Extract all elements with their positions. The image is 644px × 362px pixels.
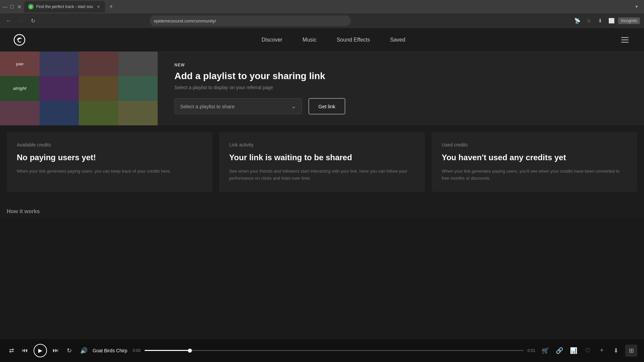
new-tab-button[interactable]: + [106, 2, 116, 11]
main-nav: Discover Music Sound Effects Saved [46, 37, 621, 43]
album-cell-7 [118, 76, 158, 101]
tabs-dropdown-button[interactable]: ▼ [632, 2, 641, 11]
sharing-title: Add a playlist to your sharing link [174, 71, 627, 81]
album-cell-9 [40, 101, 79, 125]
album-cell-4: alright [0, 76, 40, 101]
album-cell-1 [40, 52, 79, 76]
album-cell-8 [0, 101, 40, 125]
nav-sound-effects[interactable]: Sound Effects [337, 37, 370, 43]
track-info: 🔊 Goat Birds Chirp [79, 346, 127, 355]
bookmark-icon[interactable]: ☆ [584, 16, 593, 25]
album-cell-6 [79, 76, 118, 101]
chevron-down-icon: ⌄ [291, 103, 296, 110]
album-grid: yaoalright [0, 52, 158, 125]
player-actions: 🛒 🔗 📊 ♡ + ⬇ ⊞ [541, 345, 637, 357]
main-content: yaoalright NEW Add a playlist to your sh… [0, 52, 644, 218]
shuffle-button[interactable]: ⇄ [7, 346, 16, 355]
nav-saved[interactable]: Saved [390, 37, 405, 43]
sharing-content: NEW Add a playlist to your sharing link … [158, 52, 644, 125]
url-text: epidemicsound.com/community/ [154, 18, 216, 23]
how-it-works-title: How it works [7, 208, 637, 215]
hamburger-line-1 [621, 37, 629, 38]
progress-handle[interactable] [188, 349, 192, 353]
tab-close-button[interactable]: ✕ [96, 4, 101, 9]
link-icon[interactable]: 🔗 [555, 346, 564, 355]
download-icon[interactable]: ⬇ [611, 346, 621, 355]
extensions-icon[interactable]: ⬜ [607, 16, 616, 25]
get-link-button[interactable]: Get link [309, 98, 345, 114]
nav-music[interactable]: Music [303, 37, 317, 43]
dropdown-placeholder: Select a playlist to share [180, 104, 235, 109]
stat-label-2: Used credits [442, 142, 627, 147]
add-to-cart-icon[interactable]: 🛒 [541, 346, 550, 355]
player-bar: ⇄ ⏮ ▶ ⏭ ↻ 🔊 Goat Birds Chirp 0:00 0:01 🛒… [0, 339, 644, 362]
browser-nav-bar: ← → ↻ epidemicsound.com/community/ 📡 ☆ ⬇… [0, 13, 644, 28]
nav-discover[interactable]: Discover [262, 37, 282, 43]
incognito-button[interactable]: Incognito [618, 17, 640, 24]
player-controls: ⇄ ⏮ ▶ ⏭ ↻ [7, 344, 74, 357]
album-cell-2 [79, 52, 118, 76]
tab-bar: e Find the perfect track - start sou ✕ +… [24, 0, 641, 13]
stat-desc-2: When your link generates paying users, y… [442, 168, 627, 182]
minimize-button[interactable]: ― [3, 4, 7, 9]
how-section: How it works [0, 198, 644, 218]
new-badge: NEW [174, 63, 627, 67]
hamburger-line-2 [621, 40, 629, 40]
album-cell-10 [79, 101, 118, 125]
browser-nav-right: 📡 ☆ ⬇ ⬜ Incognito [573, 16, 640, 25]
hamburger-line-3 [621, 42, 629, 43]
download-icon[interactable]: ⬇ [595, 16, 605, 25]
next-button[interactable]: ⏭ [51, 346, 60, 355]
forward-button[interactable]: → [16, 16, 25, 25]
sharing-subtitle: Select a playlist to display on your ref… [174, 85, 627, 90]
sharing-controls: Select a playlist to share ⌄ Get link [174, 98, 627, 114]
maximize-button[interactable]: ☐ [10, 4, 14, 9]
progress-section: 0:00 0:01 [132, 348, 535, 353]
progress-bar[interactable] [145, 350, 524, 351]
tab-favicon: e [28, 4, 34, 9]
stat-desc-0: When your link generates paying users, y… [17, 168, 202, 175]
stats-section: Available credits No paying users yet! W… [0, 125, 644, 198]
address-bar[interactable]: epidemicsound.com/community/ [150, 15, 351, 26]
repeat-button[interactable]: ↻ [64, 346, 74, 355]
volume-button[interactable]: 🔊 [79, 346, 89, 355]
stat-label-0: Available credits [17, 142, 202, 147]
sharing-section: yaoalright NEW Add a playlist to your sh… [0, 52, 644, 125]
stat-title-2: You haven't used any credits yet [442, 153, 627, 163]
progress-fill [145, 350, 190, 351]
previous-button[interactable]: ⏮ [20, 346, 30, 355]
track-name: Goat Birds Chirp [93, 348, 127, 353]
playlist-dropdown[interactable]: Select a playlist to share ⌄ [174, 98, 302, 114]
logo[interactable] [13, 34, 25, 46]
active-tab[interactable]: e Find the perfect track - start sou ✕ [24, 1, 105, 12]
play-button[interactable]: ▶ [34, 344, 47, 357]
stat-card-2: Used credits You haven't used any credit… [432, 132, 637, 192]
refresh-button[interactable]: ↻ [28, 16, 38, 25]
stat-label-1: Link activity [229, 142, 415, 147]
browser-title-bar: ― ☐ ✕ e Find the perfect track - start s… [0, 0, 644, 13]
svg-point-0 [14, 35, 25, 45]
add-icon[interactable]: + [597, 346, 606, 355]
more-options-icon[interactable]: ⊞ [625, 345, 637, 357]
app-header: Discover Music Sound Effects Saved [0, 28, 644, 52]
like-icon[interactable]: ♡ [583, 346, 592, 355]
album-cell-11 [118, 101, 158, 125]
chart-icon[interactable]: 📊 [569, 346, 578, 355]
time-total: 0:01 [528, 348, 535, 353]
close-button[interactable]: ✕ [17, 4, 21, 10]
stat-desc-1: See when your friends and followers star… [229, 168, 415, 182]
stat-title-0: No paying users yet! [17, 153, 202, 163]
stat-title-1: Your link is waiting to be shared [229, 153, 415, 163]
back-button[interactable]: ← [4, 16, 13, 25]
album-cell-5 [40, 76, 79, 101]
stat-card-1: Link activity Your link is waiting to be… [219, 132, 425, 192]
stat-card-0: Available credits No paying users yet! W… [7, 132, 212, 192]
tab-title: Find the perfect track - start sou [36, 4, 93, 9]
window-controls: ― ☐ ✕ [3, 4, 21, 10]
time-current: 0:00 [132, 348, 140, 353]
album-cell-3 [118, 52, 158, 76]
album-cell-0: yao [0, 52, 40, 76]
hamburger-menu[interactable] [621, 35, 631, 45]
cast-icon[interactable]: 📡 [573, 16, 582, 25]
